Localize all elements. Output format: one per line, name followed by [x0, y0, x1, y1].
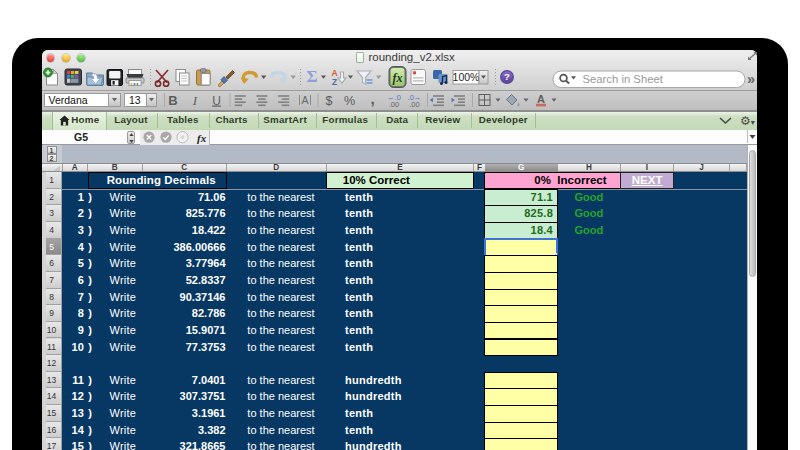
- svg-text:Z: Z: [331, 77, 336, 87]
- svg-text:$: $: [325, 94, 332, 108]
- svg-text:»: »: [747, 71, 755, 87]
- svg-text:.00: .00: [409, 100, 419, 109]
- svg-text:Verdana: Verdana: [48, 94, 87, 106]
- svg-text:.00: .00: [388, 100, 398, 109]
- svg-text:,: ,: [370, 90, 374, 107]
- svg-text:A: A: [537, 93, 545, 105]
- svg-text:B: B: [168, 93, 177, 108]
- svg-text:fx: fx: [392, 71, 402, 85]
- svg-text:A: A: [301, 94, 308, 106]
- svg-text:Search in Sheet: Search in Sheet: [582, 73, 663, 85]
- svg-text:13: 13: [129, 94, 141, 106]
- svg-text:U: U: [212, 94, 221, 108]
- svg-text:I: I: [191, 93, 197, 108]
- svg-text:Σ: Σ: [306, 67, 317, 86]
- svg-text:fx: fx: [197, 132, 207, 144]
- svg-text:?: ?: [504, 71, 510, 82]
- svg-text:100%: 100%: [452, 71, 479, 83]
- svg-text:%: %: [343, 94, 354, 108]
